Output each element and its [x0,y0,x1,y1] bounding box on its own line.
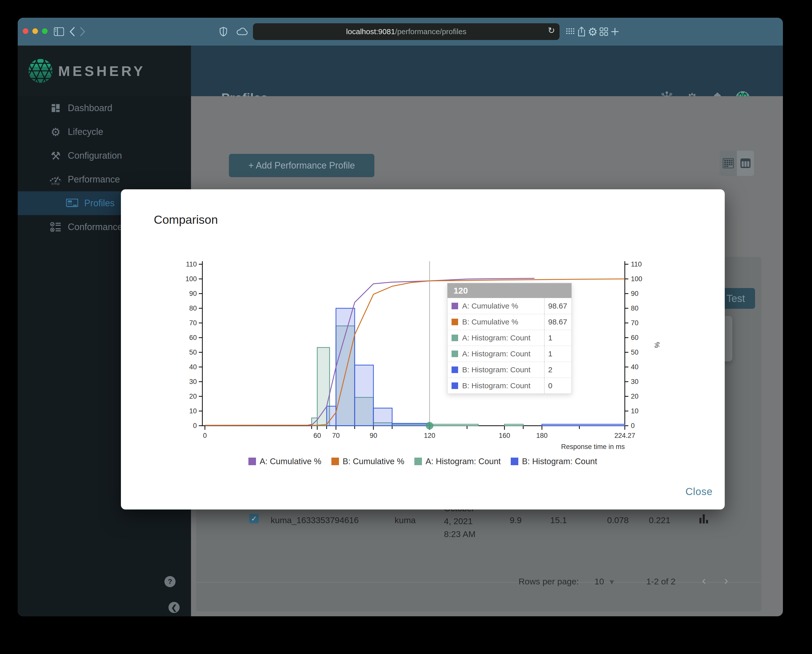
svg-text:0: 0 [631,422,635,429]
svg-text:40: 40 [189,363,197,371]
table-view-button[interactable] [737,151,754,176]
settings-gear-icon[interactable]: ⚙ [586,25,599,38]
next-page-icon[interactable]: › [724,573,728,587]
dashboard-icon [48,103,63,113]
sidebar-toggle-icon[interactable] [53,25,65,38]
tooltip-swatch [452,319,458,325]
svg-text:20: 20 [631,393,638,400]
tooltip-row: A: Histogram: Count1 [447,330,571,346]
refresh-icon[interactable]: ↻ [548,25,555,35]
tooltip-row: B: Cumulative %98.67 [447,314,571,330]
previous-page-icon[interactable]: ‹ [702,573,706,587]
view-toggle-group [720,151,754,176]
sidebar-item-lifecycle[interactable]: ⚙ Lifecycle [18,120,191,144]
row-p99: 0.221 [649,515,670,525]
legend-label: B: Cumulative % [342,457,404,466]
grid-view-button[interactable] [720,151,737,176]
conformance-checklist-icon [48,222,63,232]
svg-text:60: 60 [189,334,197,341]
row-checkbox[interactable]: ✓ [249,514,259,523]
brand-name: MESHERY [58,63,145,79]
sidebar-item-performance[interactable]: smp Performance [18,168,191,191]
sidebar-item-configuration[interactable]: ⚒ Configuration [18,144,191,168]
comparison-modal: Comparison 00101020203030404050506060707… [121,189,725,509]
row-duration: 15.1 [550,515,567,525]
cloud-icon[interactable] [236,25,249,38]
collapse-sidebar-button[interactable]: ❮ [168,602,180,613]
svg-text:0: 0 [193,422,197,429]
forward-icon[interactable] [76,25,89,38]
browser-toolbar: localhost:9081/performance/profiles ↻ ⚙ [18,18,783,46]
svg-text:30: 30 [189,378,197,385]
tooltip-value: 1 [544,330,571,346]
new-tab-icon[interactable] [609,25,621,38]
legend-label: A: Cumulative % [259,457,321,466]
rows-per-page-caret-icon[interactable]: ▾ [610,576,614,587]
legend-item[interactable]: B: Histogram: Count [511,457,597,466]
svg-text:120: 120 [424,432,435,439]
url-host: localhost:9081 [346,28,395,36]
legend-swatch [331,458,339,465]
pagination-range: 1-2 of 2 [646,576,675,587]
add-performance-profile-button[interactable]: + Add Performance Profile [229,154,374,177]
tools-icon: ⚒ [48,149,63,162]
tooltip-value: 1 [544,346,571,362]
legend-item[interactable]: B: Cumulative % [331,457,404,466]
meshery-logo-icon [28,58,53,84]
chart-legend: A: Cumulative %B: Cumulative %A: Histogr… [121,457,725,466]
sidebar-item-dashboard[interactable]: Dashboard [18,96,191,120]
svg-text:100: 100 [631,275,642,283]
rows-per-page-select[interactable]: 10 [594,576,604,587]
svg-text:60: 60 [313,432,321,439]
zoom-window-button[interactable] [42,28,47,34]
lifecycle-gears-icon: ⚙ [48,125,63,138]
tooltip-row: A: Histogram: Count1 [447,346,571,362]
svg-text:70: 70 [631,319,638,327]
svg-text:Response time in ms: Response time in ms [561,443,625,451]
tooltip-row: B: Histogram: Count2 [447,362,571,377]
legend-item[interactable]: A: Cumulative % [249,457,321,466]
sidebar-item-label: Configuration [68,150,122,161]
svg-text:110: 110 [631,260,642,268]
svg-text:80: 80 [189,304,197,312]
row-chart-icon[interactable] [699,513,708,523]
performance-speedometer-icon: smp [48,174,63,185]
svg-text:10: 10 [189,407,197,415]
svg-text:%: % [653,342,661,348]
svg-text:100: 100 [185,275,197,283]
privacy-shield-icon[interactable] [217,25,230,38]
tooltip-value: 2 [544,362,571,377]
tooltip-value: 98.67 [544,298,571,314]
tab-overview-icon[interactable] [597,25,610,38]
tab-groups-icon[interactable] [564,25,577,38]
svg-text:180: 180 [536,432,548,439]
tooltip-label: A: Cumulative % [462,302,544,310]
svg-text:20: 20 [189,393,197,400]
svg-text:30: 30 [631,378,638,385]
svg-text:10: 10 [631,407,638,415]
svg-text:70: 70 [332,432,340,439]
tooltip-value: 98.67 [544,314,571,330]
tooltip-swatch [452,335,458,341]
legend-label: A: Histogram: Count [426,457,501,466]
share-icon[interactable] [575,25,588,38]
profiles-card-icon [64,199,80,208]
svg-text:0: 0 [203,432,207,439]
tooltip-title: 120 [447,283,571,298]
legend-swatch [414,458,422,465]
minimize-window-button[interactable] [32,28,38,34]
close-window-button[interactable] [23,28,28,34]
tooltip-row: B: Histogram: Count0 [447,377,571,394]
svg-text:90: 90 [369,432,377,439]
svg-text:50: 50 [189,348,197,356]
close-button[interactable]: Close [685,486,713,497]
url-field[interactable]: localhost:9081/performance/profiles ↻ [253,23,560,40]
sidebar-item-label: Lifecycle [68,127,103,137]
svg-text:60: 60 [631,334,638,341]
chart-tooltip: 120 A: Cumulative %98.67B: Cumulative %9… [447,283,572,394]
legend-item[interactable]: A: Histogram: Count [414,457,501,466]
svg-text:40: 40 [631,363,638,371]
legend-swatch [511,458,518,465]
tooltip-value: 0 [544,378,571,394]
help-button[interactable]: ? [165,576,176,587]
